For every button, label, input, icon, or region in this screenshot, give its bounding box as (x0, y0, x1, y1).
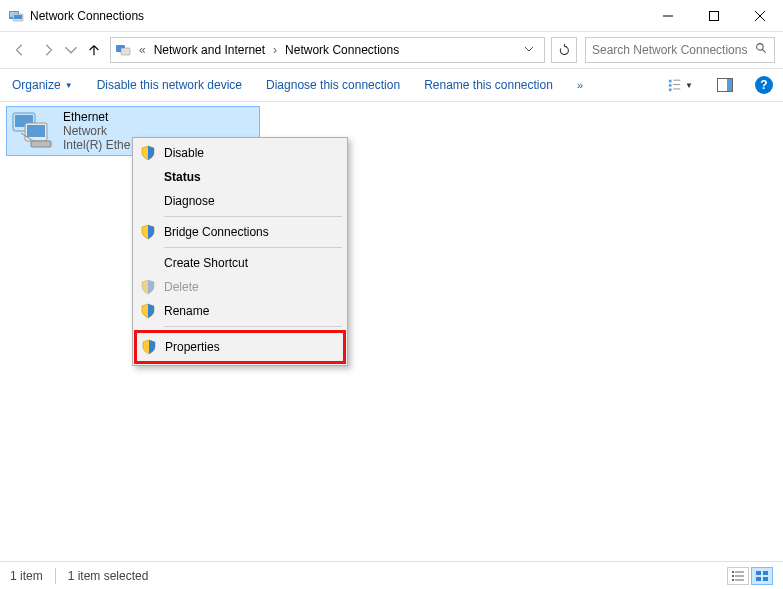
svg-rect-27 (735, 571, 744, 572)
titlebar: Network Connections (0, 0, 783, 32)
dropdown-icon: ▼ (65, 81, 73, 90)
shield-icon (140, 145, 156, 161)
toolbar-overflow[interactable]: » (575, 75, 585, 95)
svg-rect-14 (669, 84, 672, 87)
view-options-button[interactable]: ▼ (665, 74, 695, 96)
up-button[interactable] (82, 38, 106, 62)
item-count: 1 item (10, 569, 43, 583)
dropdown-icon: ▼ (685, 81, 693, 90)
menu-create-shortcut[interactable]: Create Shortcut (136, 251, 344, 275)
adapter-name: Ethernet (63, 110, 130, 124)
breadcrumb-dropdown[interactable] (518, 43, 540, 57)
svg-rect-9 (121, 48, 130, 55)
breadcrumb-prefix: « (137, 43, 148, 57)
svg-rect-31 (735, 579, 744, 580)
organize-menu[interactable]: Organize ▼ (10, 74, 75, 96)
content-area: Ethernet Network Intel(R) Ethe Disable S… (0, 102, 783, 561)
svg-rect-33 (763, 571, 768, 575)
menu-bridge[interactable]: Bridge Connections (136, 220, 344, 244)
shield-icon (140, 279, 156, 295)
svg-rect-23 (27, 125, 45, 137)
svg-point-10 (757, 44, 764, 51)
svg-rect-17 (673, 89, 680, 90)
location-icon (115, 42, 131, 58)
menu-status[interactable]: Status (136, 165, 344, 189)
back-button[interactable] (8, 38, 32, 62)
menu-separator (164, 247, 342, 248)
statusbar: 1 item 1 item selected (0, 561, 783, 589)
svg-rect-12 (669, 80, 672, 83)
shield-icon (141, 339, 157, 355)
forward-button[interactable] (36, 38, 60, 62)
window-controls (645, 0, 783, 32)
menu-rename[interactable]: Rename (136, 299, 344, 323)
menu-disable[interactable]: Disable (136, 141, 344, 165)
svg-rect-24 (31, 141, 51, 147)
minimize-button[interactable] (645, 0, 691, 32)
refresh-button[interactable] (551, 37, 577, 63)
search-icon (755, 42, 768, 58)
preview-pane-button[interactable] (715, 74, 735, 96)
search-input[interactable]: Search Network Connections (585, 37, 775, 63)
svg-rect-26 (732, 571, 734, 573)
context-menu: Disable Status Diagnose Bridge Connectio… (132, 137, 348, 366)
adapter-device: Intel(R) Ethe (63, 138, 130, 152)
disable-device-button[interactable]: Disable this network device (95, 74, 244, 96)
toolbar: Organize ▼ Disable this network device D… (0, 68, 783, 102)
svg-rect-30 (732, 579, 734, 581)
recent-dropdown[interactable] (64, 38, 78, 62)
search-placeholder: Search Network Connections (592, 43, 755, 57)
tiles-view-button[interactable] (751, 567, 773, 585)
app-icon (8, 8, 24, 24)
details-view-button[interactable] (727, 567, 749, 585)
svg-rect-5 (710, 11, 719, 20)
menu-delete: Delete (136, 275, 344, 299)
shield-icon (140, 303, 156, 319)
maximize-button[interactable] (691, 0, 737, 32)
properties-highlight: Properties (134, 330, 346, 364)
svg-rect-19 (727, 79, 732, 91)
rename-button[interactable]: Rename this connection (422, 74, 555, 96)
breadcrumb-item-network-internet[interactable]: Network and Internet (150, 38, 269, 62)
menu-diagnose[interactable]: Diagnose (136, 189, 344, 213)
svg-rect-13 (673, 80, 680, 81)
close-button[interactable] (737, 0, 783, 32)
svg-rect-28 (732, 575, 734, 577)
adapter-status: Network (63, 124, 130, 138)
network-adapter-icon (11, 111, 57, 151)
menu-separator (164, 216, 342, 217)
svg-rect-34 (756, 577, 761, 581)
adapter-info: Ethernet Network Intel(R) Ethe (63, 110, 130, 152)
svg-line-11 (762, 49, 765, 52)
breadcrumb-item-network-connections[interactable]: Network Connections (281, 38, 403, 62)
window-title: Network Connections (30, 9, 645, 23)
menu-separator (164, 326, 342, 327)
shield-icon (140, 224, 156, 240)
help-button[interactable]: ? (755, 76, 773, 94)
breadcrumb[interactable]: « Network and Internet › Network Connect… (110, 37, 545, 63)
svg-rect-15 (673, 84, 680, 85)
organize-label: Organize (12, 78, 61, 92)
svg-rect-35 (763, 577, 768, 581)
svg-rect-32 (756, 571, 761, 575)
svg-rect-16 (669, 89, 672, 92)
diagnose-button[interactable]: Diagnose this connection (264, 74, 402, 96)
addressbar: « Network and Internet › Network Connect… (0, 32, 783, 68)
divider (55, 568, 56, 584)
selected-count: 1 item selected (68, 569, 149, 583)
view-toggle (727, 567, 773, 585)
svg-rect-29 (735, 575, 744, 576)
menu-properties[interactable]: Properties (137, 333, 343, 361)
svg-rect-3 (14, 15, 22, 19)
chevron-right-icon: › (271, 43, 279, 57)
